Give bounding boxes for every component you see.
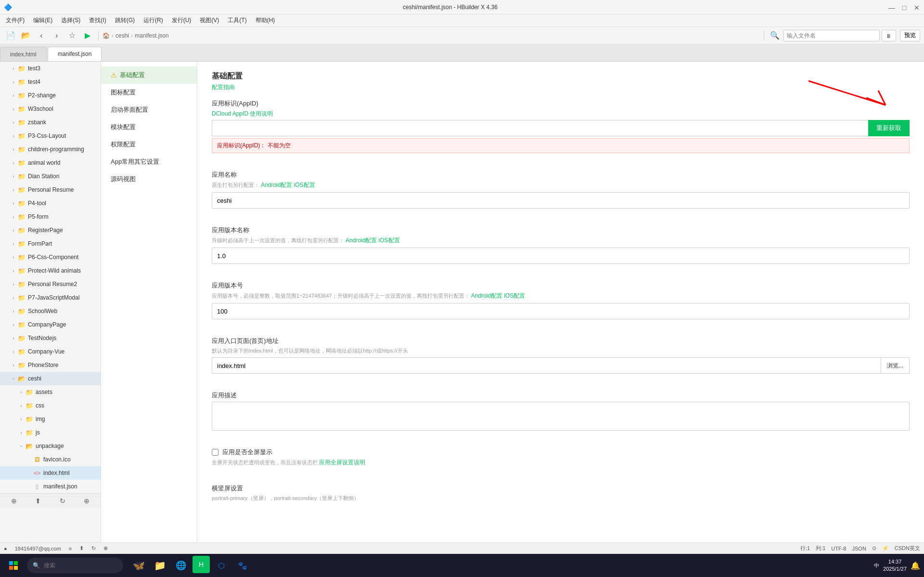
maximize-button[interactable]: □ [901,4,908,11]
search-icon-btn[interactable]: 🔍 [768,29,782,42]
taskbar-app-files[interactable]: 📁 [150,556,169,575]
sidebar-item-company-vue[interactable]: › 📁 Company-Vue [0,345,101,358]
sidebar-item-ceshi[interactable]: › 📂 ceshi [0,372,101,385]
menu-run[interactable]: 运行(R) [140,15,167,26]
sidebar-item-dian-station[interactable]: › 📁 Dian Station [0,170,101,183]
bookmark-button[interactable]: ☆ [65,29,79,42]
sidebar-item-registerpage[interactable]: › 📁 RegisterPage [0,223,101,237]
sidebar-item-p7[interactable]: › 📁 P7-JavaScriptModal [0,291,101,304]
breadcrumb-ceshi[interactable]: ceshi [116,32,129,39]
entry-input[interactable]: index.html [212,357,881,374]
sidebar-item-manifest-json[interactable]: › {} manifest.json [0,480,101,493]
sidebar-item-p4tool[interactable]: › 📁 P4-tool [0,197,101,210]
fullscreen-label: 应用是否全屏显示 [222,448,272,457]
sidebar-item-unpackage[interactable]: › 📂 unpackage [0,439,101,453]
versionname-android-link[interactable]: Android配置 [346,237,377,244]
appname-input[interactable]: ceshi [212,192,910,209]
sidebar-item-zsbank[interactable]: › 📁 zsbank [0,116,101,129]
appname-ios-link[interactable]: iOS配置 [294,182,315,188]
menu-publish[interactable]: 发行(U) [168,15,195,26]
section-link[interactable]: 配置指南 [212,84,235,91]
config-nav-other[interactable]: App常用其它设置 [101,153,197,170]
menu-view[interactable]: 视图(V) [196,15,223,26]
sidebar-bottom-btn3[interactable]: ↻ [58,496,67,506]
taskbar-search-input[interactable] [44,562,106,569]
config-nav-permission[interactable]: 权限配置 [101,136,197,153]
sidebar-item-img[interactable]: › 📁 img [0,412,101,426]
sidebar-item-test3[interactable]: › 📁 test3 [0,62,101,75]
menu-help[interactable]: 帮助(H) [252,15,279,26]
sidebar-item-p6[interactable]: › 📁 P6-Css-Component [0,250,101,264]
menu-tools[interactable]: 工具(T) [224,15,250,26]
sidebar-item-personal2[interactable]: › 📁 Personal Resume2 [0,277,101,291]
config-nav-basic[interactable]: ⚠ 基础配置 [101,66,197,84]
appid-input[interactable] [212,120,868,136]
menu-select[interactable]: 选择(S) [57,15,84,26]
forward-button[interactable]: › [50,29,64,42]
taskbar-app-browser[interactable]: 🌐 [171,556,191,575]
start-button[interactable] [4,556,23,575]
appid-refresh-button[interactable]: 重新获取 [868,120,910,136]
search-input[interactable] [787,32,876,39]
menu-edit[interactable]: 编辑(E) [29,15,56,26]
sidebar-item-phonestore[interactable]: › 📁 PhoneStore [0,358,101,372]
sidebar-item-js[interactable]: › 📁 js [0,426,101,439]
versioncode-android-link[interactable]: Android配置 [471,292,502,299]
sidebar-item-test4[interactable]: › 📁 test4 [0,75,101,89]
sidebar-item-favicon[interactable]: › 🖼 favicon.ico [0,453,101,466]
breadcrumb-manifest[interactable]: manifest.json [135,32,169,39]
sidebar-item-personal-resume[interactable]: › 📁 Personal Resume [0,183,101,197]
tab-manifest-json[interactable]: manifest.json [48,47,102,61]
sidebar-item-protect[interactable]: › 📁 Protect-Wild animals [0,264,101,277]
browse-button[interactable]: 浏览... [881,357,910,374]
sidebar-item-css[interactable]: › 📁 css [0,399,101,412]
sidebar-item-formpart[interactable]: › 📁 FormPart [0,237,101,250]
sidebar-item-p2shange[interactable]: › 📁 P2-shange [0,89,101,102]
versioncode-input[interactable]: 100 [212,303,910,319]
versioncode-ios-link[interactable]: iOS配置 [504,292,525,299]
minimize-button[interactable]: — [888,4,895,11]
config-nav-module[interactable]: 模块配置 [101,118,197,136]
appname-android-link[interactable]: Android配置 [261,182,292,188]
sidebar-item-animal-world[interactable]: › 📁 animal world [0,156,101,170]
taskbar-app-vscode[interactable]: ⬡ [212,556,231,575]
sidebar-item-testnodejs[interactable]: › 📁 TestNodejs [0,331,101,345]
menu-file[interactable]: 文件(F) [2,15,28,26]
taskbar-app-hbuilder[interactable]: H [192,556,210,573]
taskbar-app-widget[interactable]: 🦋 [129,556,148,575]
config-nav-launch[interactable]: 启动界面配置 [101,101,197,118]
open-file-button[interactable]: 📂 [19,29,33,42]
appid-help-link[interactable]: DCloud AppID 使用说明 [212,110,273,117]
versionname-ios-link[interactable]: iOS配置 [379,237,400,244]
filter-button[interactable]: ⫼ [882,30,896,41]
sidebar-bottom-btn1[interactable]: ⊕ [10,496,18,506]
tab-index-html[interactable]: index.html [0,47,47,61]
config-nav-source[interactable]: 源码视图 [101,170,197,188]
sidebar-item-index-html[interactable]: › </> index.html [0,466,101,480]
config-nav-icon[interactable]: 图标配置 [101,84,197,101]
taskbar-search-box[interactable]: 🔍 [27,558,123,573]
versionname-input[interactable]: 1.0 [212,248,910,264]
sidebar-item-p5form[interactable]: › 📁 P5-form [0,210,101,223]
sidebar-item-companypage[interactable]: › 📁 CompanyPage [0,318,101,331]
sidebar-item-w3school[interactable]: › 📁 W3school [0,102,101,116]
fullscreen-checkbox[interactable] [212,449,218,456]
status-icon1: ⊙ [872,545,876,551]
sidebar-item-children[interactable]: › 📁 children-programming [0,143,101,156]
preview-button[interactable]: 预览 [900,30,920,41]
taskbar-notification[interactable]: 🔔 [911,561,920,570]
close-button[interactable]: ✕ [913,4,920,11]
taskbar-app-extra[interactable]: 🐾 [233,556,252,575]
back-button[interactable]: ‹ [35,29,48,42]
sidebar-item-schoolweb[interactable]: › 📁 SchoolWeb [0,304,101,318]
new-file-button[interactable]: 📄 [4,29,17,42]
sidebar-item-p3[interactable]: › 📁 P3-Css-Layout [0,129,101,143]
menu-goto[interactable]: 跳转(G) [111,15,139,26]
sidebar-item-assets[interactable]: › 📁 assets [0,385,101,399]
run-button[interactable]: ▶ [81,29,94,42]
sidebar-bottom-btn4[interactable]: ⊕ [82,496,91,506]
description-input[interactable] [212,402,910,431]
sidebar-bottom-btn2[interactable]: ⬆ [34,496,42,506]
fullscreen-link[interactable]: 应用全屏设置说明 [319,459,365,466]
menu-find[interactable]: 查找(I) [85,15,110,26]
